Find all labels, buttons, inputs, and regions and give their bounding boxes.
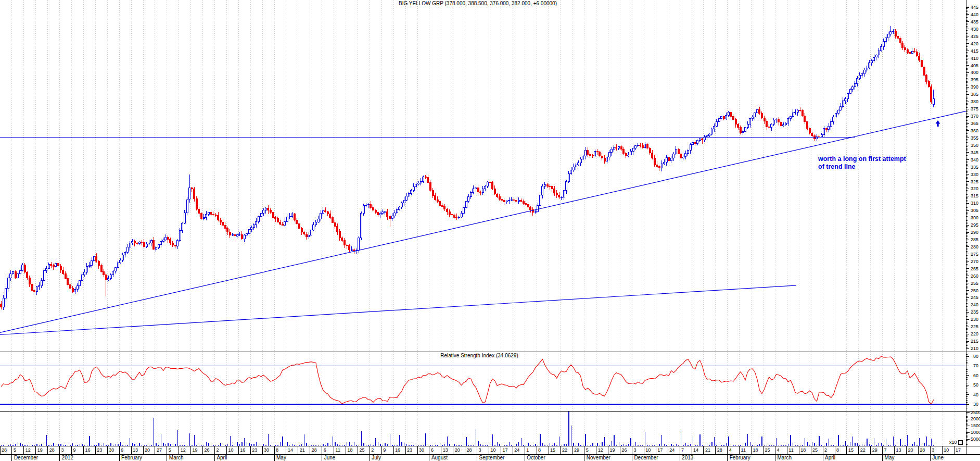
- volume-multiplier-text: x10: [949, 440, 957, 445]
- svg-text:40: 40: [973, 392, 978, 397]
- svg-text:24: 24: [514, 447, 519, 453]
- svg-text:22: 22: [562, 447, 567, 453]
- svg-text:28: 28: [920, 447, 925, 453]
- svg-text:220: 220: [971, 331, 978, 337]
- svg-text:12: 12: [598, 447, 603, 453]
- trade-note-annotation[interactable]: worth a long on first attempt of trend l…: [818, 155, 906, 171]
- rsi-guide-lines[interactable]: [0, 366, 966, 404]
- svg-text:March: March: [777, 455, 792, 460]
- svg-text:28: 28: [467, 447, 472, 453]
- svg-text:19: 19: [193, 447, 198, 453]
- svg-text:15: 15: [848, 447, 854, 453]
- svg-text:4: 4: [777, 447, 779, 453]
- date-axis-months: December2012FebruaryMarchAprilMayJuneJul…: [12, 454, 944, 461]
- svg-text:22: 22: [860, 447, 866, 453]
- svg-text:13: 13: [443, 447, 448, 453]
- svg-text:16: 16: [240, 447, 245, 453]
- svg-text:50: 50: [973, 382, 978, 388]
- svg-text:20: 20: [145, 447, 150, 453]
- svg-text:10: 10: [645, 447, 651, 453]
- date-axis-weeks: 2851219283916233061320275121926210162330…: [0, 446, 966, 454]
- svg-text:24: 24: [669, 447, 674, 453]
- svg-text:255: 255: [971, 281, 978, 286]
- svg-text:June: June: [932, 455, 944, 460]
- annotation-line2: of trend line: [818, 163, 906, 171]
- volume-multiplier-label: x10: [949, 440, 963, 445]
- svg-text:235: 235: [971, 309, 978, 315]
- svg-text:405: 405: [971, 63, 978, 68]
- svg-text:16: 16: [85, 447, 90, 453]
- chart-canvas: 2102152202252302352402452502552602652702…: [0, 0, 980, 461]
- up-arrow-marker[interactable]: [936, 120, 940, 127]
- svg-text:25000: 25000: [971, 410, 980, 415]
- svg-text:60: 60: [973, 373, 978, 378]
- svg-text:355: 355: [971, 135, 978, 141]
- svg-text:340: 340: [971, 157, 978, 163]
- svg-text:80: 80: [973, 354, 978, 359]
- svg-text:11: 11: [788, 447, 793, 453]
- svg-text:210: 210: [971, 346, 978, 351]
- svg-text:12: 12: [26, 447, 31, 453]
- chart-window: 2102152202252302352402452502552602652702…: [0, 0, 980, 461]
- svg-text:360: 360: [971, 128, 978, 133]
- svg-text:415: 415: [971, 48, 978, 54]
- svg-text:19: 19: [37, 447, 43, 453]
- svg-text:310: 310: [971, 201, 978, 206]
- svg-text:345: 345: [971, 150, 978, 155]
- svg-text:9: 9: [73, 447, 76, 453]
- svg-text:18: 18: [753, 447, 758, 453]
- svg-text:325: 325: [971, 179, 978, 184]
- svg-text:6: 6: [431, 447, 434, 453]
- trendline-objects[interactable]: [0, 111, 966, 334]
- svg-text:20: 20: [455, 447, 460, 453]
- svg-text:9: 9: [383, 447, 386, 453]
- svg-text:390: 390: [971, 84, 978, 90]
- svg-text:285: 285: [971, 237, 978, 242]
- svg-text:2013: 2013: [682, 455, 694, 460]
- svg-text:19: 19: [610, 447, 615, 453]
- svg-text:25: 25: [765, 447, 770, 453]
- svg-text:2: 2: [371, 447, 374, 453]
- annotation-line1: worth a long on first attempt: [818, 155, 906, 163]
- svg-text:280: 280: [971, 244, 978, 250]
- svg-text:5000: 5000: [971, 437, 980, 442]
- volume-axis: 250002000015000100005000: [966, 410, 980, 445]
- svg-text:12: 12: [181, 447, 186, 453]
- multiplier-box-icon: [958, 440, 963, 445]
- svg-text:16: 16: [395, 447, 400, 453]
- svg-text:70: 70: [973, 363, 978, 368]
- svg-text:7: 7: [681, 447, 684, 453]
- svg-text:370: 370: [971, 114, 978, 119]
- svg-text:21: 21: [300, 447, 305, 453]
- svg-text:315: 315: [971, 193, 978, 198]
- svg-text:365: 365: [971, 121, 978, 126]
- volume-bars: [1, 412, 934, 446]
- svg-text:245: 245: [971, 295, 978, 300]
- candlestick-series: [1, 26, 935, 310]
- svg-text:275: 275: [971, 252, 978, 257]
- svg-text:240: 240: [971, 302, 978, 307]
- svg-text:30: 30: [264, 447, 269, 453]
- svg-text:26: 26: [622, 447, 627, 453]
- svg-text:11: 11: [741, 447, 746, 453]
- svg-text:27: 27: [157, 447, 162, 453]
- svg-text:May: May: [276, 455, 286, 460]
- svg-text:April: April: [825, 455, 835, 460]
- svg-text:385: 385: [971, 92, 978, 97]
- svg-text:7: 7: [884, 447, 887, 453]
- svg-text:3: 3: [633, 447, 636, 453]
- svg-text:August: August: [431, 455, 448, 460]
- svg-text:2012: 2012: [62, 455, 74, 460]
- svg-text:25: 25: [359, 447, 364, 453]
- svg-text:400: 400: [971, 70, 978, 75]
- svg-text:14: 14: [288, 447, 293, 453]
- svg-text:260: 260: [971, 273, 978, 279]
- svg-text:28: 28: [2, 447, 7, 453]
- svg-text:1: 1: [526, 447, 529, 453]
- svg-text:June: June: [324, 455, 336, 460]
- svg-text:December: December: [634, 455, 658, 460]
- svg-text:350: 350: [971, 143, 978, 148]
- svg-text:23: 23: [97, 447, 102, 453]
- svg-text:29: 29: [574, 447, 579, 453]
- svg-text:September: September: [479, 455, 505, 460]
